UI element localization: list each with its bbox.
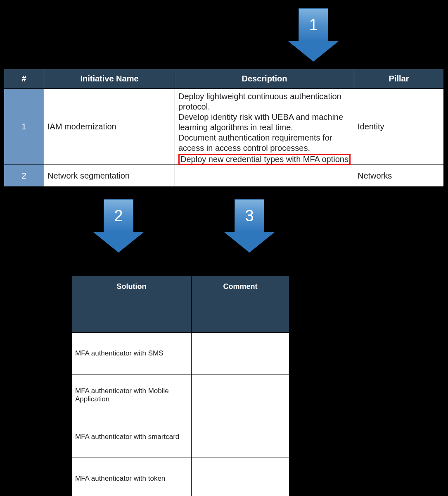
cell-comment: [191, 416, 289, 458]
cell-desc: [175, 165, 354, 187]
col-header-pillar: Pillar: [354, 69, 444, 89]
cell-num: 2: [4, 165, 44, 187]
cell-comment: [191, 458, 289, 496]
solutions-header-row: Solution Comment: [71, 275, 289, 333]
step-arrow-1-label: 1: [309, 17, 318, 33]
diagram-canvas: 1 # Initiative Name Description Pillar 1…: [0, 0, 448, 496]
desc-line: Deploy lightweight continuous authentica…: [178, 91, 351, 112]
table-row: MFA authenticator with SMS: [71, 333, 289, 374]
col-header-num: #: [4, 69, 44, 89]
col-header-name: Initiative Name: [44, 69, 175, 89]
step-arrow-3: 3: [224, 199, 275, 253]
table-row: MFA authenticator with token: [71, 458, 289, 496]
table-row: MFA authenticator with smartcard: [71, 416, 289, 458]
cell-name: IAM modernization: [44, 89, 175, 165]
step-arrow-2: 2: [93, 199, 144, 253]
cell-name: Network segmentation: [44, 165, 175, 187]
step-arrow-2-label: 2: [114, 208, 123, 224]
col-header-desc: Description: [175, 69, 354, 89]
solutions-table: Solution Comment MFA authenticator with …: [71, 275, 290, 496]
col-header-comment: Comment: [191, 275, 289, 333]
table-row: 1 IAM modernization Deploy lightweight c…: [4, 89, 444, 165]
cell-solution: MFA authenticator with token: [71, 458, 191, 496]
cell-solution: MFA authenticator with Mobile Applicatio…: [71, 374, 191, 416]
cell-pillar: Networks: [354, 165, 444, 187]
desc-line: Develop identity risk with UEBA and mach…: [178, 112, 351, 133]
cell-desc: Deploy lightweight continuous authentica…: [175, 89, 354, 165]
col-header-solution: Solution: [71, 275, 191, 333]
cell-comment: [191, 374, 289, 416]
cell-solution: MFA authenticator with SMS: [71, 333, 191, 374]
initiatives-table: # Initiative Name Description Pillar 1 I…: [3, 68, 444, 187]
table-row: MFA authenticator with Mobile Applicatio…: [71, 374, 289, 416]
desc-line: Document authentication requirements for…: [178, 133, 351, 153]
cell-num: 1: [4, 89, 44, 165]
initiatives-header-row: # Initiative Name Description Pillar: [4, 69, 444, 89]
cell-pillar: Identity: [354, 89, 444, 165]
cell-comment: [191, 333, 289, 374]
step-arrow-3-label: 3: [245, 208, 254, 224]
step-arrow-1: 1: [288, 8, 339, 62]
highlighted-requirement: Deploy new credential types with MFA opt…: [178, 154, 351, 165]
table-row: 2 Network segmentation Networks: [4, 165, 444, 187]
cell-solution: MFA authenticator with smartcard: [71, 416, 191, 458]
